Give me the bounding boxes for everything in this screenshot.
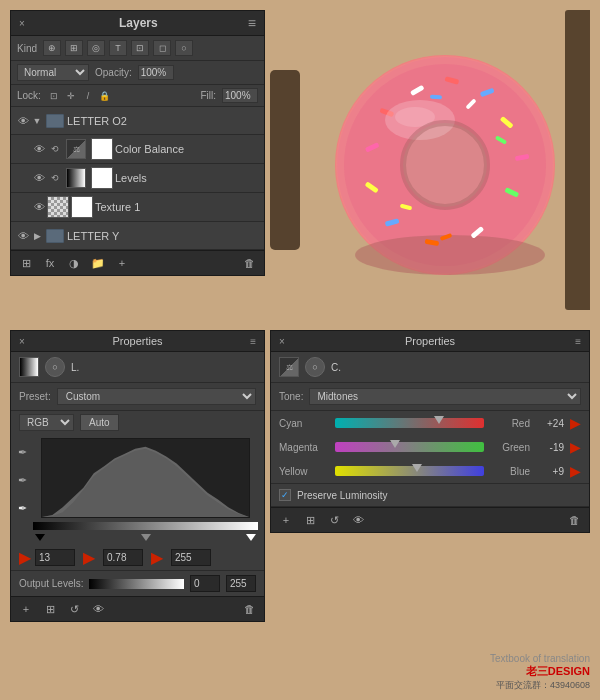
layer-row-letter-o2[interactable]: 👁 ▼ LETTER O2: [11, 107, 264, 135]
filter-label: Kind: [17, 43, 37, 54]
expand-icon-y[interactable]: ▶: [31, 230, 43, 242]
lock-position-icon[interactable]: ✛: [64, 89, 78, 103]
white-point-input[interactable]: 255: [171, 549, 211, 566]
filter-icon-1[interactable]: ⊕: [43, 40, 61, 56]
histogram-section: [33, 434, 264, 545]
svg-rect-1: [270, 70, 300, 250]
output-max-input[interactable]: 255: [226, 575, 256, 592]
levels-close-icon[interactable]: ×: [19, 336, 25, 347]
preserve-checkbox[interactable]: ✓: [279, 489, 291, 501]
levels-link-icon[interactable]: ⊞: [41, 601, 59, 617]
tone-row: Tone: Midtones: [271, 383, 589, 411]
cb-mask-thumb: [91, 138, 113, 160]
color-trash-icon[interactable]: 🗑: [565, 512, 583, 528]
layer-row-letter-y[interactable]: 👁 ▶ LETTER Y: [11, 222, 264, 250]
visibility-icon-texture[interactable]: 👁: [31, 199, 47, 215]
layer-row-color-balance[interactable]: 👁 ⟲ ⚖ Color Balance: [11, 135, 264, 164]
channel-select[interactable]: RGB: [19, 414, 74, 431]
yellow-blue-slider-thumb[interactable]: [412, 464, 422, 472]
filter-toggle[interactable]: ○: [175, 40, 193, 56]
visibility-icon-y[interactable]: 👁: [15, 228, 31, 244]
lock-label: Lock:: [17, 90, 41, 101]
fill-label: Fill:: [200, 90, 216, 101]
visibility-icon-o2[interactable]: 👁: [15, 113, 31, 129]
tone-select[interactable]: Midtones: [309, 388, 581, 405]
input-triangles: [33, 534, 258, 541]
levels-reset-icon[interactable]: ↺: [65, 601, 83, 617]
expand-icon-o2[interactable]: ▼: [31, 115, 43, 127]
filter-icon-5[interactable]: ⊡: [131, 40, 149, 56]
levels-menu-icon[interactable]: ≡: [250, 336, 256, 347]
output-min-input[interactable]: 0: [190, 575, 220, 592]
auto-button[interactable]: Auto: [80, 414, 119, 431]
output-label: Output Levels:: [19, 578, 83, 589]
layer-row-levels[interactable]: 👁 ⟲ Levels: [11, 164, 264, 193]
filter-icon-4[interactable]: T: [109, 40, 127, 56]
eyedropper-black-icon[interactable]: ✒: [15, 442, 29, 462]
fx-footer-icon[interactable]: fx: [41, 255, 59, 271]
white-point-slider[interactable]: [246, 534, 256, 541]
lock-icons: ⊡ ✛ / 🔒: [47, 89, 112, 103]
levels-eye-icon[interactable]: 👁: [89, 601, 107, 617]
layers-menu-icon[interactable]: ≡: [248, 15, 256, 31]
filter-icon-2[interactable]: ⊞: [65, 40, 83, 56]
cyan-red-slider-thumb[interactable]: [434, 416, 444, 424]
red-arrow-right: ▶: [151, 548, 163, 567]
color-reset-icon[interactable]: ↺: [325, 512, 343, 528]
levels-mask-thumb: [91, 167, 113, 189]
midtone-input[interactable]: 0.78: [103, 549, 143, 566]
black-point-input[interactable]: 13: [35, 549, 75, 566]
opacity-value[interactable]: 100%: [138, 65, 174, 80]
cyan-red-value: +24: [536, 418, 564, 429]
link-footer-icon[interactable]: ⊞: [17, 255, 35, 271]
color-panel-header: × Properties ≡: [271, 331, 589, 352]
folder-footer-icon[interactable]: 📁: [89, 255, 107, 271]
cyan-label: Cyan: [279, 418, 329, 429]
yellow-blue-slider-wrap: [335, 466, 484, 476]
levels-add-icon[interactable]: +: [17, 601, 35, 617]
lock-art-icon[interactable]: /: [81, 89, 95, 103]
color-eye-icon[interactable]: 👁: [349, 512, 367, 528]
cb-adj-icon: ⚖: [73, 145, 80, 154]
visibility-icon-levels[interactable]: 👁: [31, 170, 47, 186]
filter-icon-6[interactable]: ◻: [153, 40, 171, 56]
circle-footer-icon[interactable]: ◑: [65, 255, 83, 271]
blend-mode-select[interactable]: Normal: [17, 64, 89, 81]
color-close-icon[interactable]: ×: [279, 336, 285, 347]
lock-all-icon[interactable]: 🔒: [98, 89, 112, 103]
layer-name-levels: Levels: [115, 172, 260, 184]
color-circle-icon: ○: [305, 357, 325, 377]
eyedropper-white-icon[interactable]: ✒: [15, 498, 29, 518]
add-footer-icon[interactable]: +: [113, 255, 131, 271]
input-gradient-bar: [33, 522, 258, 530]
magenta-green-row: Magenta Green -19 ▶: [271, 435, 589, 459]
midtone-slider[interactable]: [141, 534, 151, 541]
filter-icon-3[interactable]: ◎: [87, 40, 105, 56]
histogram-svg: [42, 439, 249, 517]
levels-trash-icon[interactable]: 🗑: [240, 601, 258, 617]
color-add-icon[interactable]: +: [277, 512, 295, 528]
layer-row-texture[interactable]: 👁 Texture 1: [11, 193, 264, 222]
trash-footer-icon[interactable]: 🗑: [240, 255, 258, 271]
layer-name-texture: Texture 1: [95, 201, 260, 213]
donut-image-area: [270, 10, 590, 310]
levels-values-row: ▶ 13 ▶ 0.78 ▶ 255: [11, 545, 264, 570]
histogram-area: [41, 438, 250, 518]
watermark: Textbook of translation 老三DESIGN 平面交流群：4…: [490, 653, 590, 692]
donut-svg: [270, 10, 590, 310]
magenta-green-slider-thumb[interactable]: [390, 440, 400, 448]
lock-pixels-icon[interactable]: ⊡: [47, 89, 61, 103]
black-point-slider[interactable]: [35, 534, 45, 541]
watermark-text: Textbook of translation: [490, 653, 590, 664]
output-gradient-bar: [89, 579, 184, 589]
close-icon[interactable]: ×: [19, 18, 25, 29]
yellow-label: Yellow: [279, 466, 329, 477]
levels-layer-label: L.: [71, 362, 79, 373]
eyedropper-gray-icon[interactable]: ✒: [15, 470, 29, 490]
fill-value[interactable]: 100%: [222, 88, 258, 103]
group-folder-icon-o2: [46, 114, 64, 128]
color-link-icon[interactable]: ⊞: [301, 512, 319, 528]
color-menu-icon[interactable]: ≡: [575, 336, 581, 347]
visibility-icon-cb[interactable]: 👁: [31, 141, 47, 157]
preset-select[interactable]: Custom: [57, 388, 256, 405]
